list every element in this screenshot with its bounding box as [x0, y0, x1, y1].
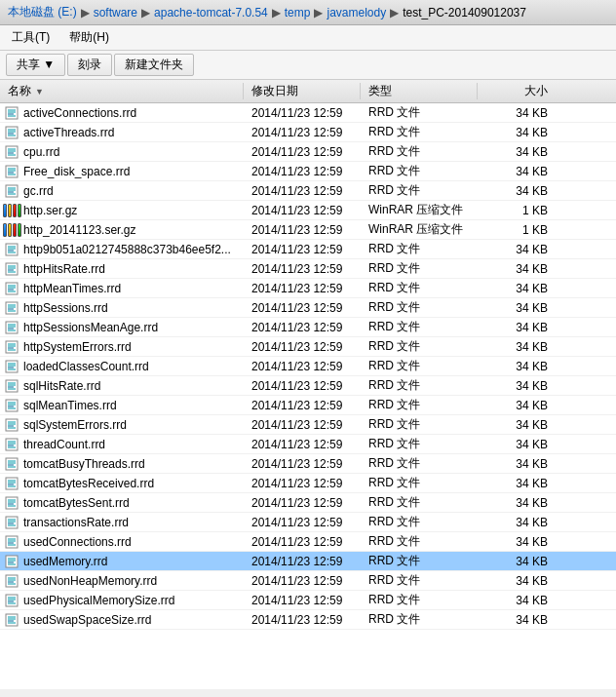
- cell-date: 2014/11/23 12:59: [244, 243, 361, 256]
- table-row[interactable]: usedNonHeapMemory.rrd 2014/11/23 12:59 R…: [0, 571, 616, 591]
- cell-size: 34 KB: [478, 574, 556, 588]
- table-row[interactable]: transactionsRate.rrd 2014/11/23 12:59 RR…: [0, 513, 616, 532]
- breadcrumb-sep-5: ▶: [390, 6, 399, 19]
- cell-type: RRD 文件: [361, 455, 478, 472]
- cell-name: httpSystemErrors.rrd: [0, 339, 244, 355]
- table-row[interactable]: http.ser.gz 2014/11/23 12:59 WinRAR 压缩文件…: [0, 201, 616, 220]
- table-row[interactable]: tomcatBusyThreads.rrd 2014/11/23 12:59 R…: [0, 454, 616, 474]
- cell-type: RRD 文件: [361, 319, 478, 335]
- breadcrumb-item-drive[interactable]: 本地磁盘 (E:): [8, 4, 77, 20]
- table-row[interactable]: httpSystemErrors.rrd 2014/11/23 12:59 RR…: [0, 337, 616, 357]
- breadcrumb-item-temp[interactable]: temp: [285, 6, 311, 19]
- cell-name: httpHitsRate.rrd: [0, 261, 244, 277]
- cell-name: cpu.rrd: [0, 144, 244, 160]
- svg-rect-50: [6, 341, 18, 353]
- table-row[interactable]: httpMeanTimes.rrd 2014/11/23 12:59 RRD 文…: [0, 279, 616, 298]
- rrd-file-icon: [4, 261, 19, 277]
- table-row[interactable]: usedMemory.rrd 2014/11/23 12:59 RRD 文件 3…: [0, 552, 616, 571]
- toolbar: 共享 ▼ 刻录 新建文件夹: [0, 51, 616, 80]
- col-size-header[interactable]: 大小: [478, 83, 556, 99]
- cell-date: 2014/11/23 12:59: [244, 574, 361, 588]
- file-name: cpu.rrd: [23, 145, 59, 159]
- cell-date: 2014/11/23 12:59: [244, 106, 361, 120]
- cell-date: 2014/11/23 12:59: [244, 223, 361, 237]
- menu-item-tools[interactable]: 工具(T): [6, 27, 56, 48]
- cell-name: httpSessionsMeanAge.rrd: [0, 320, 244, 335]
- file-name: http_20141123.ser.gz: [23, 223, 135, 237]
- table-row[interactable]: usedPhysicalMemorySize.rrd 2014/11/23 12…: [0, 591, 616, 610]
- cell-name: activeConnections.rrd: [0, 105, 244, 121]
- table-row[interactable]: threadCount.rrd 2014/11/23 12:59 RRD 文件 …: [0, 435, 616, 454]
- cell-date: 2014/11/23 12:59: [244, 184, 361, 198]
- breadcrumb-item-tomcat[interactable]: apache-tomcat-7.0.54: [154, 6, 268, 19]
- col-type-header[interactable]: 类型: [361, 83, 478, 99]
- rrd-file-icon: [4, 612, 19, 628]
- file-name: http9b051a0212745888c373b46ee5f2...: [23, 243, 231, 256]
- table-row[interactable]: http9b051a0212745888c373b46ee5f2... 2014…: [0, 240, 616, 259]
- cell-name: http_20141123.ser.gz: [0, 222, 244, 238]
- table-row[interactable]: usedSwapSpaceSize.rrd 2014/11/23 12:59 R…: [0, 610, 616, 630]
- table-row[interactable]: tomcatBytesSent.rrd 2014/11/23 12:59 RRD…: [0, 493, 616, 513]
- file-name: gc.rrd: [23, 184, 54, 198]
- cell-name: transactionsRate.rrd: [0, 515, 244, 530]
- table-row[interactable]: httpHitsRate.rrd 2014/11/23 12:59 RRD 文件…: [0, 259, 616, 279]
- file-container: 名称 ▼ 修改日期 类型 大小 activeConnections.rrd 20…: [0, 80, 616, 689]
- table-row[interactable]: gc.rrd 2014/11/23 12:59 RRD 文件 34 KB: [0, 181, 616, 201]
- cell-size: 34 KB: [478, 360, 556, 373]
- cell-name: tomcatBytesSent.rrd: [0, 495, 244, 511]
- breadcrumb-item-javamelody[interactable]: javamelody: [327, 6, 386, 19]
- col-date-header[interactable]: 修改日期: [244, 83, 361, 99]
- breadcrumb: 本地磁盘 (E:) ▶ software ▶ apache-tomcat-7.0…: [8, 4, 526, 20]
- svg-rect-30: [6, 263, 18, 275]
- new-folder-button[interactable]: 新建文件夹: [114, 54, 194, 76]
- table-row[interactable]: usedConnections.rrd 2014/11/23 12:59 RRD…: [0, 532, 616, 552]
- breadcrumb-sep-3: ▶: [272, 6, 281, 19]
- svg-rect-15: [6, 166, 18, 177]
- share-button[interactable]: 共享 ▼: [6, 54, 65, 76]
- cell-date: 2014/11/23 12:59: [244, 262, 361, 276]
- col-name-label: 名称: [8, 83, 31, 99]
- table-row[interactable]: http_20141123.ser.gz 2014/11/23 12:59 Wi…: [0, 220, 616, 240]
- table-row[interactable]: loadedClassesCount.rrd 2014/11/23 12:59 …: [0, 357, 616, 376]
- burn-button[interactable]: 刻录: [67, 54, 112, 76]
- svg-rect-40: [6, 302, 18, 314]
- svg-rect-45: [6, 322, 18, 333]
- table-row[interactable]: activeThreads.rrd 2014/11/23 12:59 RRD 文…: [0, 123, 616, 142]
- cell-size: 34 KB: [478, 301, 556, 315]
- file-name: usedConnections.rrd: [23, 535, 132, 549]
- table-row[interactable]: sqlHitsRate.rrd 2014/11/23 12:59 RRD 文件 …: [0, 376, 616, 396]
- table-row[interactable]: sqlSystemErrors.rrd 2014/11/23 12:59 RRD…: [0, 415, 616, 435]
- cell-date: 2014/11/23 12:59: [244, 555, 361, 568]
- rrd-file-icon: [4, 534, 19, 550]
- svg-rect-85: [6, 478, 18, 489]
- col-name-header[interactable]: 名称 ▼: [0, 83, 244, 99]
- table-row[interactable]: sqlMeanTimes.rrd 2014/11/23 12:59 RRD 文件…: [0, 396, 616, 415]
- breadcrumb-sep-2: ▶: [141, 6, 150, 19]
- breadcrumb-item-software[interactable]: software: [94, 6, 137, 19]
- table-row[interactable]: httpSessions.rrd 2014/11/23 12:59 RRD 文件…: [0, 298, 616, 318]
- cell-size: 34 KB: [478, 184, 556, 198]
- cell-name: httpMeanTimes.rrd: [0, 281, 244, 296]
- cell-name: threadCount.rrd: [0, 437, 244, 452]
- table-row[interactable]: tomcatBytesReceived.rrd 2014/11/23 12:59…: [0, 474, 616, 493]
- table-row[interactable]: activeConnections.rrd 2014/11/23 12:59 R…: [0, 103, 616, 123]
- file-name: threadCount.rrd: [23, 438, 105, 451]
- cell-size: 34 KB: [478, 496, 556, 510]
- rrd-file-icon: [4, 339, 19, 355]
- cell-name: usedPhysicalMemorySize.rrd: [0, 593, 244, 608]
- rrd-file-icon: [4, 164, 19, 179]
- table-row[interactable]: Free_disk_space.rrd 2014/11/23 12:59 RRD…: [0, 162, 616, 181]
- cell-type: RRD 文件: [361, 514, 478, 530]
- table-row[interactable]: httpSessionsMeanAge.rrd 2014/11/23 12:59…: [0, 318, 616, 337]
- file-name: activeThreads.rrd: [23, 126, 114, 139]
- sort-arrow-icon: ▼: [35, 87, 44, 97]
- rrd-file-icon: [4, 125, 19, 140]
- cell-size: 34 KB: [478, 243, 556, 256]
- menu-item-help[interactable]: 帮助(H): [63, 27, 115, 48]
- rrd-file-icon: [4, 495, 19, 511]
- col-size-label: 大小: [524, 84, 548, 97]
- cell-name: http.ser.gz: [0, 203, 244, 218]
- rrd-file-icon: [4, 320, 19, 335]
- cell-type: RRD 文件: [361, 124, 478, 140]
- table-row[interactable]: cpu.rrd 2014/11/23 12:59 RRD 文件 34 KB: [0, 142, 616, 162]
